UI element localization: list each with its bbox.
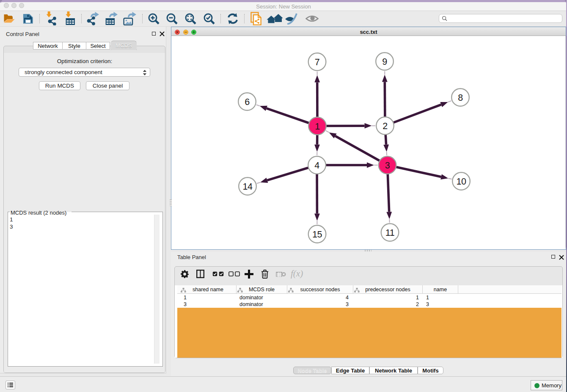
svg-text:3: 3 bbox=[385, 160, 390, 171]
svg-text:11: 11 bbox=[385, 228, 394, 238]
svg-text:14: 14 bbox=[243, 182, 253, 192]
svg-text:4: 4 bbox=[314, 160, 319, 171]
svg-text:8: 8 bbox=[458, 93, 463, 103]
svg-text:7: 7 bbox=[315, 57, 319, 67]
svg-text:2: 2 bbox=[383, 121, 387, 131]
svg-text:15: 15 bbox=[312, 229, 322, 240]
svg-text:9: 9 bbox=[382, 57, 387, 67]
svg-text:6: 6 bbox=[245, 97, 250, 107]
svg-text:10: 10 bbox=[457, 177, 466, 187]
svg-text:1: 1 bbox=[315, 121, 319, 132]
